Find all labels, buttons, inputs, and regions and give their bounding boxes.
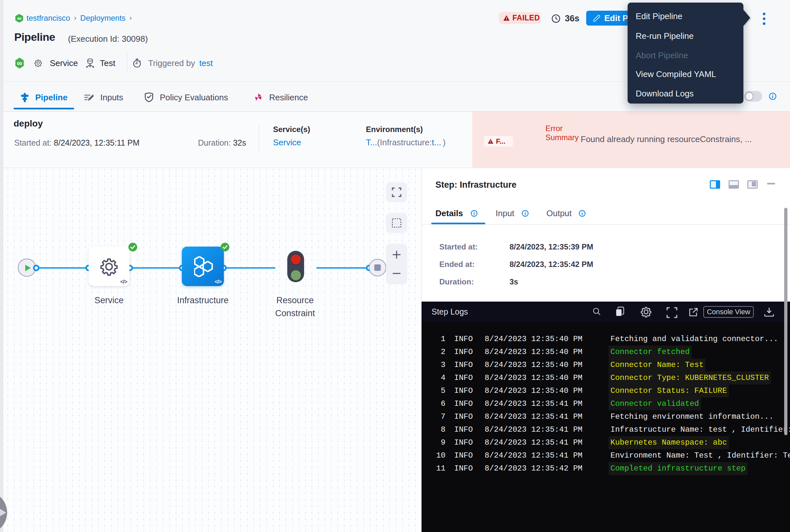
svg-text:∞: ∞	[17, 59, 22, 67]
svg-text:∞: ∞	[17, 15, 22, 22]
